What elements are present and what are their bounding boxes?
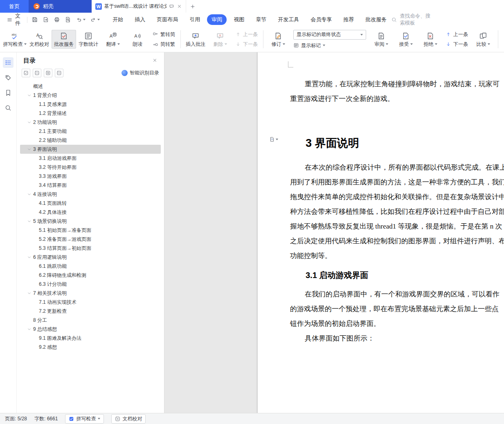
markup-state-select[interactable]: 显示标记的最终状态 <box>293 30 366 40</box>
review-pane-button[interactable]: 审阅 <box>369 30 394 49</box>
word-count-button[interactable]: 字数统计 <box>76 30 101 49</box>
toc-item[interactable]: 1 背景介绍 <box>20 91 161 100</box>
toc-item[interactable]: 8 分工 <box>20 316 161 325</box>
read-aloud-button[interactable]: A朗读 <box>125 30 150 49</box>
toc-item[interactable]: 7.1 动画实现技术 <box>20 298 161 307</box>
menu-tab-3[interactable]: 页面布局 <box>152 14 182 25</box>
undo-button[interactable] <box>74 15 87 25</box>
toc-item[interactable]: 7 相关技术说明 <box>20 289 161 298</box>
menu-tab-9[interactable]: 会员专享 <box>306 14 336 25</box>
chevron-down-icon[interactable] <box>26 146 32 153</box>
chevron-down-icon[interactable] <box>26 326 32 332</box>
save-button[interactable] <box>30 15 40 25</box>
menu-tab-2[interactable]: 插入 <box>130 14 150 25</box>
chevron-down-icon[interactable] <box>26 218 32 224</box>
home-tab[interactable]: 首页 <box>0 0 29 13</box>
prev-revision-button[interactable]: 上一条 <box>446 31 468 38</box>
menu-tab-11[interactable]: 批改服务 <box>361 14 391 25</box>
file-menu-button[interactable]: 文件 <box>4 12 24 27</box>
chevron-down-icon[interactable] <box>26 290 32 296</box>
export-button[interactable] <box>41 15 51 25</box>
toc-item[interactable]: 7.2 更新检查 <box>20 307 161 316</box>
toc-item[interactable]: 3 界面说明 <box>20 145 161 154</box>
print-button[interactable] <box>52 15 62 25</box>
insert-comment-button[interactable]: 插入批注 <box>183 30 208 49</box>
toc-item[interactable]: 1.2 背景描述 <box>20 109 161 118</box>
toc-item[interactable]: 2.1 主要功能 <box>20 127 161 136</box>
menu-tab-5[interactable]: 审阅 <box>207 14 227 25</box>
next-revision-button[interactable]: 下一条 <box>446 41 468 48</box>
toc-item[interactable]: 5.1 初始页面→准备页面 <box>20 226 161 235</box>
collapse-up-button[interactable] <box>33 69 41 77</box>
toc-item[interactable]: 9.2 感想 <box>20 343 161 352</box>
annotation-pane-button[interactable] <box>3 72 14 83</box>
spellcheck-button[interactable]: abc拼写检查 <box>2 30 27 49</box>
margin-note-indicator[interactable] <box>269 137 278 142</box>
next-comment-button[interactable]: 下一条 <box>235 41 258 48</box>
pen-button[interactable]: 画笔 <box>501 30 504 49</box>
toc-item[interactable]: 4 连接说明 <box>20 190 161 199</box>
translate-button[interactable]: A翻译 <box>101 30 125 49</box>
chevron-down-icon[interactable] <box>26 191 32 197</box>
select-check-button[interactable] <box>22 69 30 77</box>
toc-item[interactable]: 3.4 结算界面 <box>20 181 161 190</box>
prev-comment-button[interactable]: 上一条 <box>235 31 258 38</box>
toc-item[interactable]: 6.1 跳跃功能 <box>20 262 161 271</box>
document-page[interactable]: 重置功能，在玩家控制主角碰撞到障碍物时，游戏结束，玩家可重置游戏进行下一次全新的… <box>258 52 504 413</box>
toc-item[interactable]: 9 总结感想 <box>20 325 161 334</box>
menu-tab-7[interactable]: 章节 <box>251 14 271 25</box>
bookmark-pane-button[interactable] <box>3 87 14 98</box>
print-preview-button[interactable] <box>63 15 73 25</box>
document-tab[interactable]: 基于swift语...戏设计 课程论文 <box>92 0 186 13</box>
spellcheck-toggle[interactable]: 拼写检查 <box>65 414 104 424</box>
toc-item[interactable]: 6.3 计分功能 <box>20 280 161 289</box>
toc-item[interactable]: 5 场景切换说明 <box>20 217 161 226</box>
grading-button[interactable]: 批改服务 <box>52 30 76 49</box>
smart-toc-button[interactable]: 智能识别目录 <box>122 70 159 76</box>
outline-pane-button[interactable] <box>3 57 14 68</box>
close-toc-button[interactable] <box>152 57 158 65</box>
search-pane-button[interactable] <box>3 103 14 113</box>
toc-item[interactable]: 1.1 灵感来源 <box>20 100 161 109</box>
new-tab-button[interactable] <box>186 0 199 13</box>
toc-item[interactable]: 3.2 等待开始界面 <box>20 163 161 172</box>
show-markup-button[interactable]: 显示标记 <box>293 42 366 49</box>
chevron-down-icon[interactable] <box>26 119 32 126</box>
expand-plus-button[interactable] <box>44 69 52 77</box>
menu-tab-4[interactable]: 引用 <box>185 14 205 25</box>
toc-item[interactable]: 6.2 障碍物生成和检测 <box>20 271 161 280</box>
redo-button[interactable] <box>88 15 101 25</box>
chevron-down-icon[interactable] <box>26 254 32 260</box>
document-canvas[interactable]: 重置功能，在玩家控制主角碰撞到障碍物时，游戏结束，玩家可重置游戏进行下一次全新的… <box>164 52 504 413</box>
traditional-to-simplified-button[interactable]: 繁转简 <box>153 31 175 38</box>
toc-item[interactable]: 5.2 准备页面→游戏页面 <box>20 235 161 244</box>
doc-proof-toggle[interactable]: 文档校对 <box>111 414 146 424</box>
docer-tab[interactable]: 稻壳 <box>29 0 92 13</box>
command-search[interactable]: 查找命令、搜索模板 <box>391 13 434 27</box>
comment-bubble-icon[interactable] <box>169 4 174 9</box>
track-changes-button[interactable]: 修订 <box>266 30 290 49</box>
chevron-down-icon[interactable] <box>26 92 32 99</box>
toc-item[interactable]: 6 应用逻辑说明 <box>20 253 161 262</box>
toc-item[interactable]: 4.2 具体连接 <box>20 208 161 217</box>
delete-comment-button[interactable]: 删除 <box>208 30 232 49</box>
doc-proof-button[interactable]: A文档校对 <box>27 30 52 49</box>
toc-item[interactable]: 概述 <box>20 82 161 91</box>
accept-button[interactable]: 接受 <box>394 30 418 49</box>
close-tab-icon[interactable] <box>177 4 182 9</box>
menu-tab-8[interactable]: 开发工具 <box>273 14 304 25</box>
toc-item[interactable]: 2 功能说明 <box>20 118 161 127</box>
toc-item[interactable]: 5.3 结算页面→初始页面 <box>20 244 161 253</box>
toc-item[interactable]: 3.3 游戏界面 <box>20 172 161 181</box>
toc-item[interactable]: 2.2 辅助功能 <box>20 136 161 145</box>
menu-tab-10[interactable]: 推荐 <box>339 14 358 25</box>
toc-item[interactable]: 3.1 启动游戏界面 <box>20 154 161 163</box>
reject-button[interactable]: 拒绝 <box>418 30 443 49</box>
collapse-minus-button[interactable] <box>55 69 63 77</box>
compare-button[interactable]: 比较 <box>471 30 495 49</box>
toc-item[interactable]: 4.1 页面跳转 <box>20 199 161 208</box>
simplified-to-traditional-button[interactable]: 简转繁 <box>153 41 175 48</box>
menu-tab-1[interactable]: 开始 <box>108 14 128 25</box>
menu-tab-6[interactable]: 视图 <box>229 14 249 25</box>
toc-item[interactable]: 9.1 困难及解决办法 <box>20 334 161 343</box>
